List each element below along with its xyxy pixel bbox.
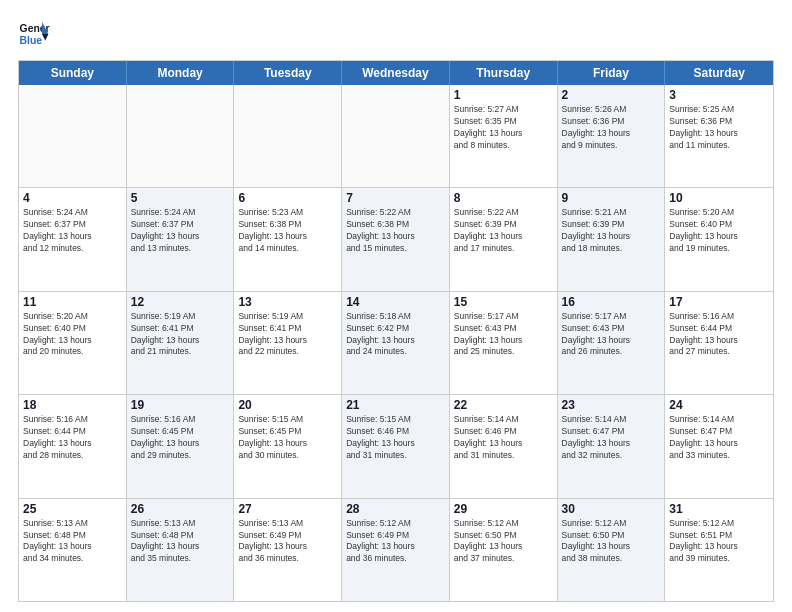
day-number: 13: [238, 295, 337, 309]
day-cell-25: 25Sunrise: 5:13 AM Sunset: 6:48 PM Dayli…: [19, 499, 127, 601]
day-number: 27: [238, 502, 337, 516]
day-info: Sunrise: 5:12 AM Sunset: 6:51 PM Dayligh…: [669, 518, 769, 566]
day-info: Sunrise: 5:24 AM Sunset: 6:37 PM Dayligh…: [23, 207, 122, 255]
empty-cell-0-1: [127, 85, 235, 187]
day-cell-9: 9Sunrise: 5:21 AM Sunset: 6:39 PM Daylig…: [558, 188, 666, 290]
day-number: 29: [454, 502, 553, 516]
day-number: 3: [669, 88, 769, 102]
day-number: 19: [131, 398, 230, 412]
day-number: 7: [346, 191, 445, 205]
day-info: Sunrise: 5:22 AM Sunset: 6:39 PM Dayligh…: [454, 207, 553, 255]
day-cell-15: 15Sunrise: 5:17 AM Sunset: 6:43 PM Dayli…: [450, 292, 558, 394]
day-info: Sunrise: 5:22 AM Sunset: 6:38 PM Dayligh…: [346, 207, 445, 255]
day-number: 20: [238, 398, 337, 412]
logo-icon: General Blue: [18, 18, 50, 50]
day-info: Sunrise: 5:25 AM Sunset: 6:36 PM Dayligh…: [669, 104, 769, 152]
day-cell-12: 12Sunrise: 5:19 AM Sunset: 6:41 PM Dayli…: [127, 292, 235, 394]
day-number: 16: [562, 295, 661, 309]
day-cell-21: 21Sunrise: 5:15 AM Sunset: 6:46 PM Dayli…: [342, 395, 450, 497]
day-cell-7: 7Sunrise: 5:22 AM Sunset: 6:38 PM Daylig…: [342, 188, 450, 290]
day-info: Sunrise: 5:14 AM Sunset: 6:47 PM Dayligh…: [669, 414, 769, 462]
day-number: 12: [131, 295, 230, 309]
day-info: Sunrise: 5:20 AM Sunset: 6:40 PM Dayligh…: [23, 311, 122, 359]
day-number: 1: [454, 88, 553, 102]
day-number: 14: [346, 295, 445, 309]
day-cell-3: 3Sunrise: 5:25 AM Sunset: 6:36 PM Daylig…: [665, 85, 773, 187]
day-number: 23: [562, 398, 661, 412]
day-info: Sunrise: 5:18 AM Sunset: 6:42 PM Dayligh…: [346, 311, 445, 359]
day-number: 11: [23, 295, 122, 309]
day-info: Sunrise: 5:13 AM Sunset: 6:48 PM Dayligh…: [23, 518, 122, 566]
day-info: Sunrise: 5:15 AM Sunset: 6:45 PM Dayligh…: [238, 414, 337, 462]
day-cell-2: 2Sunrise: 5:26 AM Sunset: 6:36 PM Daylig…: [558, 85, 666, 187]
day-info: Sunrise: 5:14 AM Sunset: 6:46 PM Dayligh…: [454, 414, 553, 462]
day-number: 2: [562, 88, 661, 102]
day-info: Sunrise: 5:21 AM Sunset: 6:39 PM Dayligh…: [562, 207, 661, 255]
day-info: Sunrise: 5:14 AM Sunset: 6:47 PM Dayligh…: [562, 414, 661, 462]
day-cell-14: 14Sunrise: 5:18 AM Sunset: 6:42 PM Dayli…: [342, 292, 450, 394]
day-cell-26: 26Sunrise: 5:13 AM Sunset: 6:48 PM Dayli…: [127, 499, 235, 601]
day-number: 17: [669, 295, 769, 309]
day-cell-20: 20Sunrise: 5:15 AM Sunset: 6:45 PM Dayli…: [234, 395, 342, 497]
day-info: Sunrise: 5:17 AM Sunset: 6:43 PM Dayligh…: [562, 311, 661, 359]
day-info: Sunrise: 5:27 AM Sunset: 6:35 PM Dayligh…: [454, 104, 553, 152]
day-cell-16: 16Sunrise: 5:17 AM Sunset: 6:43 PM Dayli…: [558, 292, 666, 394]
day-cell-5: 5Sunrise: 5:24 AM Sunset: 6:37 PM Daylig…: [127, 188, 235, 290]
svg-text:Blue: Blue: [20, 35, 43, 46]
day-number: 25: [23, 502, 122, 516]
day-number: 18: [23, 398, 122, 412]
day-number: 9: [562, 191, 661, 205]
day-cell-31: 31Sunrise: 5:12 AM Sunset: 6:51 PM Dayli…: [665, 499, 773, 601]
day-cell-11: 11Sunrise: 5:20 AM Sunset: 6:40 PM Dayli…: [19, 292, 127, 394]
calendar-row-4: 25Sunrise: 5:13 AM Sunset: 6:48 PM Dayli…: [19, 499, 773, 601]
empty-cell-0-2: [234, 85, 342, 187]
day-cell-8: 8Sunrise: 5:22 AM Sunset: 6:39 PM Daylig…: [450, 188, 558, 290]
day-info: Sunrise: 5:13 AM Sunset: 6:49 PM Dayligh…: [238, 518, 337, 566]
day-cell-6: 6Sunrise: 5:23 AM Sunset: 6:38 PM Daylig…: [234, 188, 342, 290]
empty-cell-0-0: [19, 85, 127, 187]
calendar-row-3: 18Sunrise: 5:16 AM Sunset: 6:44 PM Dayli…: [19, 395, 773, 498]
calendar-row-0: 1Sunrise: 5:27 AM Sunset: 6:35 PM Daylig…: [19, 85, 773, 188]
day-number: 26: [131, 502, 230, 516]
weekday-header-sunday: Sunday: [19, 61, 127, 85]
day-info: Sunrise: 5:16 AM Sunset: 6:44 PM Dayligh…: [669, 311, 769, 359]
logo: General Blue: [18, 18, 54, 50]
day-cell-13: 13Sunrise: 5:19 AM Sunset: 6:41 PM Dayli…: [234, 292, 342, 394]
day-number: 4: [23, 191, 122, 205]
day-number: 6: [238, 191, 337, 205]
calendar-header: SundayMondayTuesdayWednesdayThursdayFrid…: [19, 61, 773, 85]
day-cell-18: 18Sunrise: 5:16 AM Sunset: 6:44 PM Dayli…: [19, 395, 127, 497]
day-cell-1: 1Sunrise: 5:27 AM Sunset: 6:35 PM Daylig…: [450, 85, 558, 187]
day-cell-10: 10Sunrise: 5:20 AM Sunset: 6:40 PM Dayli…: [665, 188, 773, 290]
day-info: Sunrise: 5:13 AM Sunset: 6:48 PM Dayligh…: [131, 518, 230, 566]
day-cell-4: 4Sunrise: 5:24 AM Sunset: 6:37 PM Daylig…: [19, 188, 127, 290]
day-number: 24: [669, 398, 769, 412]
weekday-header-monday: Monday: [127, 61, 235, 85]
day-cell-27: 27Sunrise: 5:13 AM Sunset: 6:49 PM Dayli…: [234, 499, 342, 601]
day-cell-22: 22Sunrise: 5:14 AM Sunset: 6:46 PM Dayli…: [450, 395, 558, 497]
day-info: Sunrise: 5:16 AM Sunset: 6:45 PM Dayligh…: [131, 414, 230, 462]
day-number: 10: [669, 191, 769, 205]
day-number: 8: [454, 191, 553, 205]
svg-marker-3: [42, 34, 48, 40]
header: General Blue: [18, 18, 774, 50]
day-cell-23: 23Sunrise: 5:14 AM Sunset: 6:47 PM Dayli…: [558, 395, 666, 497]
day-number: 21: [346, 398, 445, 412]
day-info: Sunrise: 5:17 AM Sunset: 6:43 PM Dayligh…: [454, 311, 553, 359]
day-number: 5: [131, 191, 230, 205]
day-info: Sunrise: 5:19 AM Sunset: 6:41 PM Dayligh…: [131, 311, 230, 359]
day-cell-30: 30Sunrise: 5:12 AM Sunset: 6:50 PM Dayli…: [558, 499, 666, 601]
weekday-header-saturday: Saturday: [665, 61, 773, 85]
day-cell-29: 29Sunrise: 5:12 AM Sunset: 6:50 PM Dayli…: [450, 499, 558, 601]
calendar-row-1: 4Sunrise: 5:24 AM Sunset: 6:37 PM Daylig…: [19, 188, 773, 291]
weekday-header-wednesday: Wednesday: [342, 61, 450, 85]
day-cell-28: 28Sunrise: 5:12 AM Sunset: 6:49 PM Dayli…: [342, 499, 450, 601]
weekday-header-friday: Friday: [558, 61, 666, 85]
day-info: Sunrise: 5:15 AM Sunset: 6:46 PM Dayligh…: [346, 414, 445, 462]
day-info: Sunrise: 5:26 AM Sunset: 6:36 PM Dayligh…: [562, 104, 661, 152]
day-info: Sunrise: 5:20 AM Sunset: 6:40 PM Dayligh…: [669, 207, 769, 255]
day-info: Sunrise: 5:12 AM Sunset: 6:50 PM Dayligh…: [562, 518, 661, 566]
weekday-header-tuesday: Tuesday: [234, 61, 342, 85]
day-info: Sunrise: 5:24 AM Sunset: 6:37 PM Dayligh…: [131, 207, 230, 255]
day-info: Sunrise: 5:16 AM Sunset: 6:44 PM Dayligh…: [23, 414, 122, 462]
